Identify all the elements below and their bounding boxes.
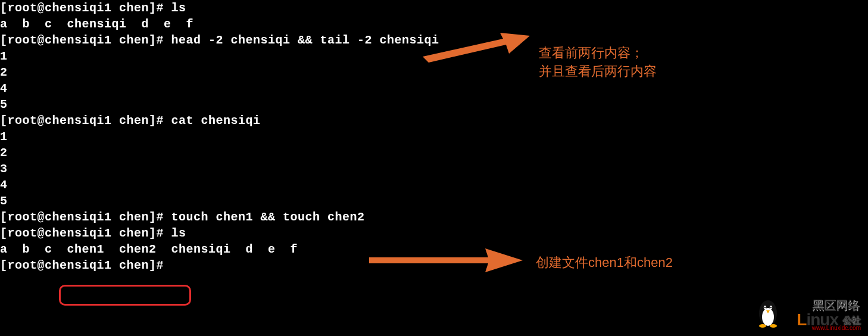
terminal-line: 4 <box>0 177 868 193</box>
terminal-line: 5 <box>0 193 868 209</box>
watermark: 黑区网络 Linux 公社 www.Linuxidc.com <box>766 300 861 332</box>
svg-point-10 <box>770 324 777 328</box>
penguin-icon <box>755 299 780 328</box>
arrow-icon <box>423 30 530 63</box>
annotation-text: 并且查看后两行内容 <box>539 63 657 81</box>
highlight-box <box>59 285 191 306</box>
terminal-line: [root@chensiqi1 chen]# ls <box>0 0 868 16</box>
terminal-line: [root@chensiqi1 chen]# ls <box>0 225 868 241</box>
svg-point-7 <box>770 307 772 308</box>
annotation-touch: 创建文件chen1和chen2 <box>536 254 673 272</box>
terminal-line: 5 <box>0 97 868 113</box>
watermark-brand-letter: L <box>797 310 806 329</box>
terminal-line: 1 <box>0 129 868 145</box>
svg-marker-1 <box>369 248 523 272</box>
svg-point-6 <box>764 307 766 308</box>
terminal-line: [root@chensiqi1 chen]# cat chensiqi <box>0 113 868 129</box>
svg-marker-0 <box>423 33 530 63</box>
terminal-line: 2 <box>0 64 868 80</box>
terminal-line: 3 <box>0 161 868 177</box>
watermark-url: www.Linuxidc.com <box>812 325 861 331</box>
svg-point-9 <box>759 324 766 328</box>
terminal-line: 4 <box>0 80 868 97</box>
annotation-head-tail: 查看前两行内容； 并且查看后两行内容 <box>539 44 657 81</box>
arrow-icon <box>369 245 523 275</box>
terminal-line: [root@chensiqi1 chen]# touch chen1 && to… <box>0 209 868 225</box>
annotation-text: 创建文件chen1和chen2 <box>536 255 673 270</box>
terminal-line: 2 <box>0 145 868 161</box>
annotation-text: 查看前两行内容； <box>539 44 657 63</box>
